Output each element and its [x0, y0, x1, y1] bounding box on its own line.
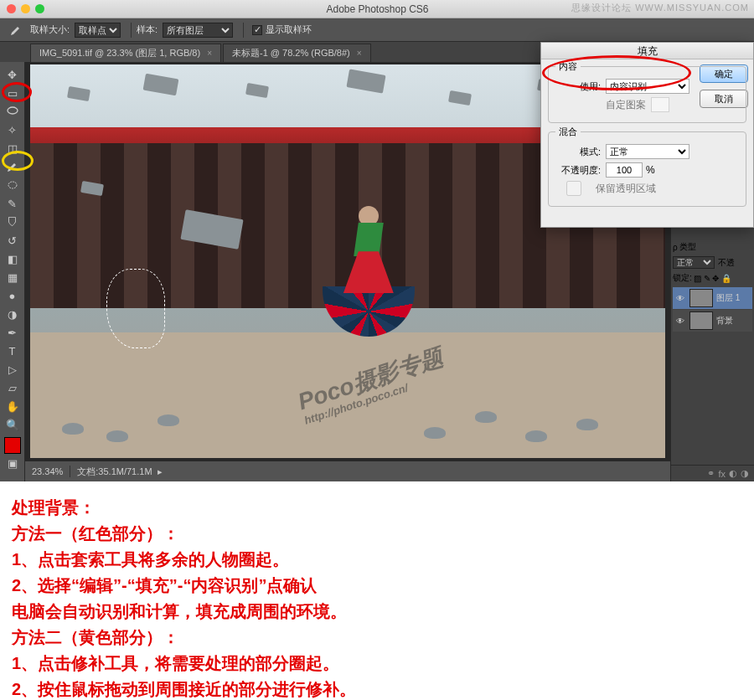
sample-layers-select[interactable]: 所有图层 — [163, 23, 233, 38]
percent-label: % — [646, 164, 655, 176]
crop-tool[interactable]: ◫ — [3, 140, 22, 157]
instructions-text: 处理背景： 方法一（红色部分）： 1、点击套索工具将多余的人物圈起。 2、选择“… — [0, 481, 754, 700]
dodge-tool[interactable]: ◑ — [3, 306, 22, 322]
use-select[interactable]: 内容识别 — [606, 79, 689, 94]
photo-pigeon — [143, 74, 179, 96]
photo-pigeon — [67, 86, 90, 101]
path-select-tool[interactable]: ▷ — [3, 361, 22, 378]
marquee-tool[interactable]: ▭ — [3, 85, 22, 101]
preserve-transparency-checkbox — [555, 181, 592, 196]
watermark-top-right: 思缘设计论坛 WWW.MISSYUAN.COM — [571, 2, 749, 14]
lasso-tool[interactable] — [3, 103, 22, 120]
photo-pigeon — [158, 414, 179, 426]
eyedropper-indicator-icon — [7, 22, 25, 39]
blend-mode-select[interactable]: 正常 — [673, 256, 715, 269]
custom-pattern-label: 自定图案 — [606, 98, 646, 112]
stamp-tool[interactable]: ⛉ — [3, 214, 22, 230]
patch-tool[interactable] — [3, 177, 22, 193]
doc-size: 文档:35.1M/71.1M — [77, 466, 152, 478]
photo-pigeon — [424, 427, 446, 439]
brush-tool[interactable]: ✎ — [3, 195, 22, 212]
adjust-icon[interactable]: ◑ — [741, 468, 749, 479]
photo-pigeon — [245, 82, 269, 97]
options-bar: 取样大小: 取样点 样本: 所有图层 ✓ 显示取样环 — [0, 18, 754, 42]
screen-mode-icon[interactable]: ▣ — [3, 455, 22, 471]
layers-list: 👁 图层 1 👁 背景 — [671, 286, 754, 334]
shape-tool[interactable]: ▱ — [3, 379, 22, 396]
layers-blend-row: 正常 不透 — [671, 255, 754, 270]
zoom-level[interactable]: 23.34% — [32, 466, 63, 476]
blend-fieldset: 混合 模式: 正常 不透明度: % 保留透明区域 — [548, 131, 746, 207]
tab-label: IMG_5091.tif @ 23.3% (图层 1, RGB/8) — [39, 47, 200, 59]
opacity-label: 不透明度: — [555, 164, 601, 177]
opacity-label: 不透 — [718, 257, 735, 269]
layer-thumbnail[interactable] — [689, 311, 713, 330]
content-fieldset: 内容 使用: 内容识别 自定图案 — [548, 66, 746, 123]
instruction-line: 电脑会自动识别和计算，填充成周围的环境。 — [12, 599, 742, 625]
instruction-line: 2、按住鼠标拖动到周围接近的部分进行修补。 — [12, 677, 742, 700]
layer-row-1[interactable]: 👁 图层 1 — [673, 287, 752, 309]
lock-label: 锁定: — [673, 272, 692, 284]
instruction-line: 1、点击套索工具将多余的人物圈起。 — [12, 547, 742, 573]
fx-icon[interactable]: fx — [718, 469, 726, 479]
preserve-label: 保留透明区域 — [596, 182, 656, 196]
instruction-line: 处理背景： — [12, 495, 742, 521]
svg-point-1 — [8, 182, 17, 188]
visibility-icon[interactable]: 👁 — [674, 294, 686, 303]
pattern-picker — [651, 97, 669, 112]
visibility-icon[interactable]: 👁 — [674, 317, 686, 326]
dialog-title: 填充 — [541, 43, 753, 59]
mode-select[interactable]: 正常 — [606, 144, 689, 159]
type-tool[interactable]: T — [3, 342, 22, 359]
close-tab-icon[interactable]: × — [357, 49, 362, 58]
magic-wand-tool[interactable]: ✧ — [3, 121, 22, 138]
photo-pigeon — [62, 423, 84, 435]
photo-pigeon — [525, 430, 547, 442]
photo-pigeon — [106, 430, 128, 442]
document-tab-1[interactable]: IMG_5091.tif @ 23.3% (图层 1, RGB/8) × — [30, 44, 221, 62]
tools-panel: ✥ ▭ ✧ ◫ ✎ ⛉ ↺ ◧ ▦ ● ◑ ✒ T ▷ ▱ ✋ 🔍 ▣ — [0, 62, 25, 481]
show-ring-checkbox[interactable]: ✓ — [252, 25, 262, 35]
foreground-color[interactable] — [4, 437, 21, 454]
instruction-line: 方法一（红色部分）： — [12, 521, 742, 547]
document-tab-2[interactable]: 未标题-1 @ 78.2% (RGB/8#) × — [223, 44, 371, 62]
blend-legend: 混合 — [555, 126, 581, 138]
sample-size-label: 取样大小: — [30, 23, 70, 36]
separator — [243, 23, 244, 38]
lasso-selection[interactable] — [106, 269, 165, 348]
photo-pigeon — [475, 411, 497, 423]
layer-name[interactable]: 背景 — [716, 315, 733, 327]
hand-tool[interactable]: ✋ — [3, 398, 22, 414]
instruction-line: 方法二（黄色部分）： — [12, 625, 742, 651]
tab-label: 未标题-1 @ 78.2% (RGB/8#) — [232, 47, 350, 59]
sample-size-select[interactable]: 取样点 — [75, 23, 121, 38]
sample-label: 样本: — [137, 23, 158, 36]
eraser-tool[interactable]: ◧ — [3, 250, 22, 267]
link-icon[interactable]: ⚭ — [707, 468, 715, 479]
opacity-input[interactable] — [606, 162, 643, 178]
pen-tool[interactable]: ✒ — [3, 324, 22, 341]
fill-dialog: 填充 确定 取消 内容 使用: 内容识别 自定图案 混合 — [540, 42, 754, 228]
separator — [70, 466, 70, 477]
photo-subject — [335, 206, 402, 373]
eyedropper-tool[interactable] — [3, 158, 22, 175]
photo-pigeon — [576, 419, 598, 430]
layer-thumbnail[interactable] — [689, 289, 713, 307]
separator — [131, 23, 132, 38]
gradient-tool[interactable]: ▦ — [3, 269, 22, 286]
blur-tool[interactable]: ● — [3, 287, 22, 304]
layers-filter-row: ρ 类型 — [671, 239, 754, 255]
mask-icon[interactable]: ◐ — [729, 468, 737, 479]
layer-row-bg[interactable]: 👁 背景 — [673, 310, 752, 332]
zoom-tool[interactable]: 🔍 — [3, 416, 22, 433]
filter-kind-label: 类型 — [679, 241, 696, 253]
chevron-right-icon[interactable]: ▸ — [158, 466, 163, 477]
photoshop-window: Adobe Photoshop CS6 思缘设计论坛 WWW.MISSYUAN.… — [0, 0, 754, 481]
history-brush-tool[interactable]: ↺ — [3, 232, 22, 249]
instruction-line: 1、点击修补工具，将需要处理的部分圈起。 — [12, 651, 742, 677]
mode-label: 模式: — [555, 146, 601, 158]
close-tab-icon[interactable]: × — [207, 49, 212, 58]
layers-lock-row: 锁定: ▨ ✎ ✥ 🔒 — [671, 270, 754, 286]
layer-name[interactable]: 图层 1 — [716, 292, 740, 304]
move-tool[interactable]: ✥ — [3, 66, 22, 83]
